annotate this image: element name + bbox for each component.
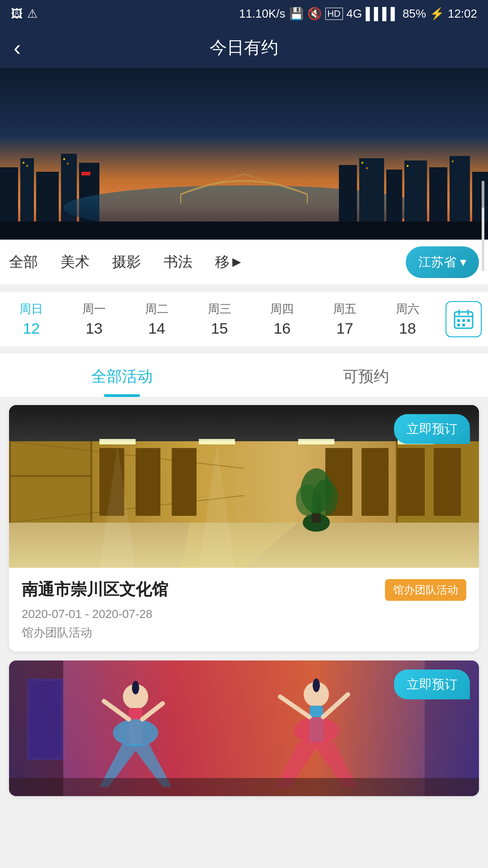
svg-rect-51 — [434, 448, 461, 516]
svg-rect-41 — [9, 441, 11, 523]
battery-percent: 85% — [403, 7, 426, 21]
weekday-label-wed: 周三 — [208, 301, 231, 317]
svg-rect-42 — [90, 441, 92, 523]
svg-rect-32 — [457, 319, 460, 322]
svg-rect-24 — [407, 165, 408, 167]
weekday-num-wed: 15 — [211, 320, 228, 337]
weekday-label-thu: 周四 — [270, 301, 294, 317]
svg-rect-34 — [467, 319, 470, 322]
alert-icon: ⚠ — [27, 7, 38, 21]
svg-rect-49 — [361, 448, 389, 516]
image-icon: 🖼 — [11, 7, 23, 21]
activity-tab-bar: 全部活动 可预约 — [0, 354, 488, 398]
scroll-indicator — [482, 181, 484, 271]
svg-rect-53 — [136, 448, 160, 516]
svg-rect-23 — [366, 167, 368, 169]
svg-rect-22 — [361, 162, 363, 164]
svg-rect-40 — [9, 441, 90, 523]
scroll-thumb[interactable] — [482, 181, 484, 208]
weekday-monday[interactable]: 周一 13 — [69, 301, 119, 337]
weekday-num-fri: 17 — [336, 320, 353, 337]
storage-icon: 💾 — [289, 7, 304, 21]
svg-rect-27 — [81, 172, 90, 175]
weekday-num-sat: 18 — [399, 320, 416, 337]
svg-rect-50 — [398, 448, 425, 516]
svg-rect-57 — [298, 439, 334, 444]
svg-rect-47 — [396, 441, 398, 523]
svg-rect-36 — [462, 324, 465, 326]
page-header: ‹ 今日有约 — [0, 27, 488, 68]
tab-all-activities[interactable]: 全部活动 — [0, 354, 244, 397]
weekday-num-mon: 13 — [85, 320, 103, 337]
weekday-friday[interactable]: 周五 17 — [320, 301, 370, 337]
weekday-num-tue: 14 — [148, 320, 165, 337]
battery-icon: ⚡ — [430, 7, 444, 21]
status-left: 🖼 ⚠ — [11, 7, 38, 21]
weekday-label-sun: 周日 — [19, 301, 43, 317]
svg-point-65 — [313, 480, 338, 516]
weekday-tuesday[interactable]: 周二 14 — [132, 301, 182, 337]
calendar-button[interactable] — [446, 301, 482, 337]
weekday-label-fri: 周五 — [333, 301, 357, 317]
weekday-label-tue: 周二 — [145, 301, 169, 317]
page-title: 今日有约 — [210, 36, 278, 59]
weekday-label-sat: 周六 — [396, 301, 419, 317]
card-type-badge-1: 馆办团队活动 — [385, 579, 466, 601]
book-now-badge-1[interactable]: 立即预订 — [394, 414, 470, 444]
category-tab-more[interactable]: 移► — [215, 249, 244, 276]
svg-point-73 — [113, 719, 158, 746]
card-desc-1: 馆办团队活动 — [22, 625, 466, 641]
tab-bookable[interactable]: 可预约 — [244, 354, 488, 397]
category-tabs: 全部 美术 摄影 书法 移► — [9, 249, 406, 276]
weekday-saturday[interactable]: 周六 18 — [383, 301, 432, 337]
mute-icon: 🔇 — [307, 7, 322, 21]
svg-rect-55 — [99, 439, 136, 444]
svg-rect-43 — [9, 475, 90, 477]
card-image-2: 立即预订 — [9, 660, 479, 796]
svg-rect-7 — [26, 165, 28, 167]
card-date-1: 2020-07-01 - 2020-07-28 — [22, 607, 466, 621]
svg-rect-85 — [9, 778, 479, 796]
svg-rect-8 — [63, 158, 65, 160]
province-selector[interactable]: 江苏省 ▾ — [406, 246, 479, 278]
province-label: 江苏省 — [418, 254, 456, 271]
card-title-1: 南通市崇川区文化馆 — [22, 579, 168, 601]
activity-card-1[interactable]: 立即预订 南通市崇川区文化馆 馆办团队活动 2020-07-01 - 2020-… — [9, 405, 479, 651]
svg-rect-9 — [67, 163, 69, 165]
svg-rect-26 — [0, 222, 488, 240]
category-tab-photo[interactable]: 摄影 — [112, 249, 141, 276]
city-skyline-svg — [0, 68, 488, 240]
book-now-badge-2[interactable]: 立即预订 — [394, 670, 470, 699]
card-image-1: 立即预订 — [9, 405, 479, 568]
weekday-selector: 周日 12 周一 13 周二 14 周三 15 周四 16 周五 17 周六 1… — [0, 292, 488, 346]
category-tab-calligraphy[interactable]: 书法 — [164, 249, 192, 276]
weekday-thursday[interactable]: 周四 16 — [257, 301, 307, 337]
clock: 12:02 — [448, 7, 477, 21]
weekday-sunday[interactable]: 周日 12 — [6, 301, 56, 337]
status-right: 11.10K/s 💾 🔇 HD 4G ▌▌▌▌ 85% ⚡ 12:02 — [239, 7, 477, 21]
calendar-icon — [453, 308, 474, 330]
svg-rect-33 — [462, 319, 465, 322]
weekday-wednesday[interactable]: 周三 15 — [195, 301, 244, 337]
cards-list: 立即预订 南通市崇川区文化馆 馆办团队活动 2020-07-01 - 2020-… — [0, 398, 488, 803]
activity-card-2[interactable]: 立即预订 — [9, 660, 479, 796]
weekday-label-mon: 周一 — [82, 301, 106, 317]
svg-rect-56 — [199, 439, 235, 444]
svg-rect-25 — [452, 160, 454, 162]
weekday-num-sun: 12 — [23, 320, 40, 337]
category-tab-art[interactable]: 美术 — [61, 249, 89, 276]
svg-rect-87 — [29, 681, 61, 758]
weekday-num-thu: 16 — [273, 320, 291, 337]
card-title-row-1: 南通市崇川区文化馆 馆办团队活动 — [22, 579, 466, 601]
back-button[interactable]: ‹ — [14, 35, 21, 60]
svg-point-79 — [294, 717, 339, 744]
signal-icon: 4G — [347, 7, 362, 21]
dropdown-icon: ▾ — [460, 255, 466, 269]
svg-rect-6 — [23, 162, 24, 164]
svg-point-83 — [132, 681, 139, 694]
signal-bars: ▌▌▌▌ — [366, 7, 399, 21]
category-tab-all[interactable]: 全部 — [9, 249, 38, 276]
status-bar: 🖼 ⚠ 11.10K/s 💾 🔇 HD 4G ▌▌▌▌ 85% ⚡ 12:02 — [0, 0, 488, 27]
card-info-1: 南通市崇川区文化馆 馆办团队活动 2020-07-01 - 2020-07-28… — [9, 568, 479, 651]
hd-badge: HD — [325, 8, 343, 20]
